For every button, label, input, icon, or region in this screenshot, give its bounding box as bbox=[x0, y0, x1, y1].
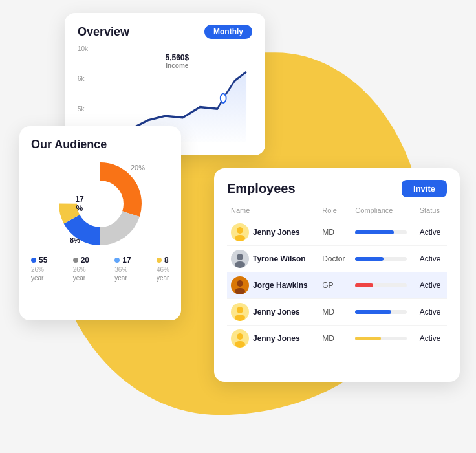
table-row: Jenny Jones MD Active bbox=[227, 326, 447, 352]
y-label-10k: 10k bbox=[78, 45, 88, 52]
employee-role: MD bbox=[318, 326, 351, 352]
avatar bbox=[231, 276, 249, 294]
donut-center-label: 17% bbox=[75, 194, 83, 213]
employee-role: MD bbox=[318, 299, 351, 326]
audience-title: Our Audience bbox=[31, 138, 169, 152]
svg-point-11 bbox=[235, 288, 245, 294]
employee-status: Active bbox=[416, 219, 447, 246]
col-name: Name bbox=[227, 206, 318, 219]
y-label-6k: 6k bbox=[78, 75, 88, 82]
employee-name: Jorge Hawkins bbox=[253, 281, 308, 290]
invite-button[interactable]: Invite bbox=[402, 180, 447, 197]
compliance-cell bbox=[351, 219, 415, 246]
employee-name-cell: Jenny Jones bbox=[227, 219, 318, 246]
legend-label-17: year bbox=[114, 274, 127, 282]
y-label-5k: 5k bbox=[78, 105, 88, 113]
chart-tooltip: 5,560$ Income bbox=[165, 53, 189, 69]
legend-dot-lightblue bbox=[114, 258, 120, 263]
legend-row: 55 26% year 20 26% year 17 36% year 8 bbox=[31, 256, 169, 282]
svg-point-6 bbox=[237, 227, 243, 234]
employee-name-cell: Jorge Hawkins bbox=[227, 272, 318, 299]
employees-table: Name Role Compliance Status Jenny Jones bbox=[227, 206, 447, 351]
compliance-cell bbox=[351, 246, 415, 272]
employee-name: Jenny Jones bbox=[253, 334, 300, 343]
compliance-bar bbox=[355, 230, 394, 234]
avatar bbox=[231, 223, 249, 241]
donut-chart bbox=[55, 159, 146, 249]
employee-status: Active bbox=[416, 326, 447, 352]
legend-label-55: year bbox=[31, 274, 43, 282]
employee-status: Active bbox=[416, 272, 447, 299]
legend-val-20: 20 bbox=[81, 256, 89, 265]
legend-label-8: year bbox=[157, 274, 169, 282]
employee-role: MD bbox=[318, 219, 351, 246]
donut-label-8: 8% bbox=[70, 236, 80, 244]
svg-point-8 bbox=[237, 254, 243, 260]
employees-title: Employees bbox=[227, 181, 296, 196]
compliance-cell bbox=[351, 272, 415, 299]
overview-title: Overview bbox=[78, 25, 129, 39]
compliance-bar bbox=[355, 337, 381, 340]
legend-dot-blue bbox=[31, 258, 36, 263]
col-status: Status bbox=[416, 206, 447, 219]
overview-header: Overview Monthly bbox=[78, 25, 252, 39]
compliance-cell bbox=[351, 299, 415, 326]
audience-card: Our Audience 17% 20% 55% 8% 55 bbox=[19, 126, 181, 320]
svg-point-9 bbox=[235, 261, 245, 268]
svg-point-5 bbox=[78, 182, 122, 226]
col-role: Role bbox=[318, 206, 351, 219]
donut-label-20: 20% bbox=[131, 164, 145, 171]
col-compliance: Compliance bbox=[351, 206, 415, 219]
avatar bbox=[231, 250, 249, 268]
compliance-bar bbox=[355, 283, 373, 287]
avatar bbox=[231, 303, 249, 321]
table-row: Jenny Jones MD Active bbox=[227, 219, 447, 246]
employees-tbody: Jenny Jones MD Active bbox=[227, 219, 447, 351]
svg-point-13 bbox=[235, 315, 245, 321]
employee-name-cell: Tyrone Wilson bbox=[227, 246, 318, 272]
employee-name: Jenny Jones bbox=[253, 307, 300, 316]
legend-label-20: year bbox=[73, 274, 85, 282]
employee-name: Tyrone Wilson bbox=[253, 254, 306, 263]
legend-dot-yellow bbox=[157, 258, 162, 263]
avatar bbox=[231, 329, 249, 348]
legend-dot-gray bbox=[73, 258, 78, 263]
legend-sub-17: 36% bbox=[114, 266, 127, 273]
svg-point-12 bbox=[237, 307, 243, 313]
tooltip-label: Income bbox=[165, 62, 189, 69]
table-row: Jorge Hawkins GP Active bbox=[227, 272, 447, 299]
svg-point-7 bbox=[235, 235, 245, 241]
legend-item-8: 8 46% year bbox=[157, 256, 169, 282]
legend-sub-55: 26% bbox=[31, 266, 44, 273]
employee-role: Doctor bbox=[318, 246, 351, 272]
table-row: Jenny Jones MD Active bbox=[227, 299, 447, 326]
monthly-badge[interactable]: Monthly bbox=[204, 25, 252, 39]
svg-point-10 bbox=[237, 280, 243, 287]
legend-item-17: 17 36% year bbox=[114, 256, 131, 282]
legend-sub-20: 26% bbox=[73, 266, 86, 273]
employee-name-cell: Jenny Jones bbox=[227, 299, 318, 326]
legend-val-17: 17 bbox=[122, 256, 131, 265]
employee-status: Active bbox=[416, 299, 447, 326]
svg-point-0 bbox=[221, 94, 226, 103]
table-row: Tyrone Wilson Doctor Active bbox=[227, 246, 447, 272]
compliance-cell bbox=[351, 326, 415, 352]
employee-role: GP bbox=[318, 272, 351, 299]
tooltip-value: 5,560$ bbox=[165, 53, 189, 62]
svg-point-14 bbox=[237, 333, 243, 340]
legend-item-20: 20 26% year bbox=[73, 256, 89, 282]
compliance-bar bbox=[355, 310, 391, 314]
compliance-bar bbox=[355, 257, 384, 261]
svg-point-15 bbox=[235, 341, 245, 348]
employee-status: Active bbox=[416, 246, 447, 272]
employees-card: Employees Invite Name Role Compliance St… bbox=[214, 168, 460, 382]
legend-sub-8: 46% bbox=[157, 266, 169, 273]
donut-label-55: 55% bbox=[145, 202, 162, 212]
legend-item-55: 55 26% year bbox=[31, 256, 47, 282]
legend-val-55: 55 bbox=[39, 256, 47, 265]
employee-name: Jenny Jones bbox=[253, 228, 300, 237]
employee-name-cell: Jenny Jones bbox=[227, 326, 318, 352]
table-header: Name Role Compliance Status bbox=[227, 206, 447, 219]
legend-val-8: 8 bbox=[164, 256, 169, 265]
employees-header: Employees Invite bbox=[227, 180, 447, 197]
